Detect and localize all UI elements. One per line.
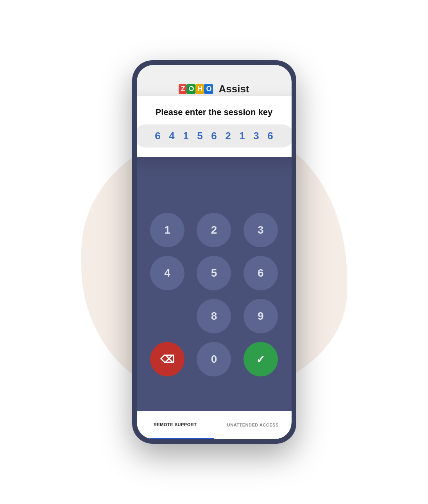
digit-0: 6 [154,130,162,142]
digit-8: 6 [267,130,274,142]
check-icon [256,353,265,366]
key-0[interactable]: 0 [197,342,231,376]
tab-bar: REMOTE SUPPORT UNATTENDED ACCESS [137,411,292,439]
zoho-o1: O [186,84,195,94]
digit-1: 4 [168,130,176,142]
phone-screen: ZOHO Assist Please enter the session key… [137,65,292,439]
digit-7: 3 [253,130,260,142]
keypad-grid: 1 2 3 4 5 6 8 9 0 [149,213,280,376]
tab-unattended-access[interactable]: UNATTENDED ACCESS [214,411,292,439]
key-confirm[interactable] [244,342,278,376]
scene: ZOHO Assist Please enter the session key… [38,17,390,487]
phone-device: ZOHO Assist Please enter the session key… [132,60,296,444]
key-8[interactable]: 8 [197,299,231,333]
session-key-display: 6 4 1 5 6 2 1 3 6 [137,124,292,148]
digit-2: 1 [182,130,190,142]
digit-3: 5 [196,130,204,142]
zoho-z: Z [179,84,186,94]
tab-remote-support-label: REMOTE SUPPORT [154,422,197,427]
key-4[interactable]: 4 [150,256,184,290]
key-delete[interactable] [150,342,184,376]
logo-container: ZOHO Assist [179,83,249,95]
key-9[interactable]: 9 [244,299,278,333]
digit-5: 2 [224,130,232,142]
zoho-h: H [195,84,204,94]
digit-4: 6 [210,130,218,142]
assist-label: Assist [218,83,249,95]
backspace-icon [160,353,175,365]
key-3[interactable]: 3 [244,213,278,247]
key-1[interactable]: 1 [150,213,184,247]
zoho-o2: O [204,84,213,94]
key-2[interactable]: 2 [197,213,231,247]
tab-remote-support[interactable]: REMOTE SUPPORT [137,411,214,439]
session-title: Please enter the session key [137,107,292,117]
session-key-card: Please enter the session key 6 4 1 5 6 2… [137,96,292,157]
digit-6: 1 [238,130,246,142]
key-6[interactable]: 6 [244,256,278,290]
zoho-logo: ZOHO [179,84,213,94]
tab-unattended-access-label: UNATTENDED ACCESS [227,423,279,427]
key-5[interactable]: 5 [197,256,231,290]
keypad-area: 1 2 3 4 5 6 8 9 0 [137,171,292,411]
